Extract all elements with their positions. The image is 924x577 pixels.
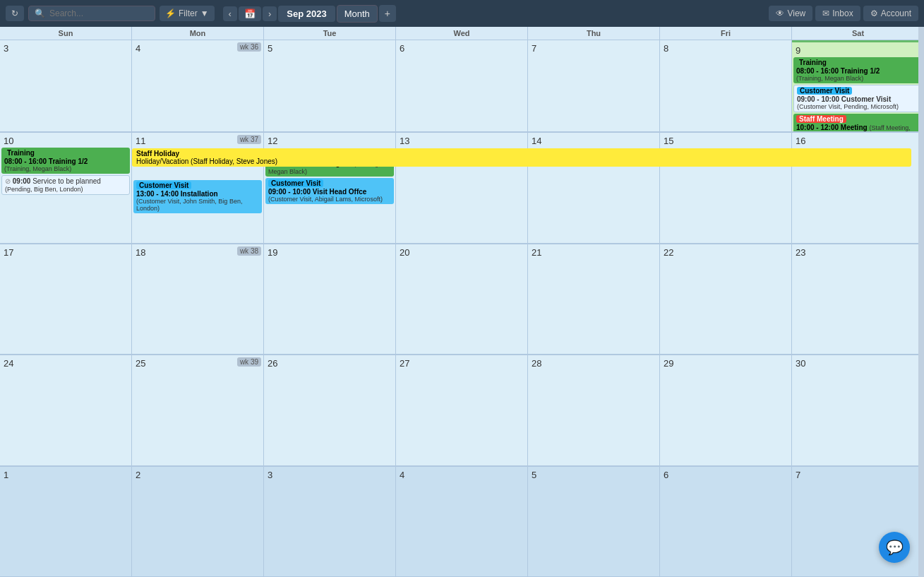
account-button[interactable]: ⚙ Account	[863, 6, 918, 21]
event-training-sep9[interactable]: Training 08:00 - 16:00 Training 1/2 (Tra…	[793, 57, 923, 83]
cell-sep24[interactable]: 24	[0, 355, 132, 466]
cell-sep7[interactable]: 7	[528, 40, 660, 132]
event-customervisit-sep11[interactable]: Customer Visit 13:00 - 14:00 Installatio…	[133, 180, 262, 213]
inbox-button[interactable]: ✉ Inbox	[815, 6, 860, 21]
calendar-row-3: 17 18 wk 38 19 20 21 22 23	[0, 244, 924, 355]
view-button[interactable]: 👁 View	[769, 6, 812, 21]
cell-sep26[interactable]: 26	[264, 355, 396, 466]
cell-sep3[interactable]: 3	[0, 40, 132, 132]
cell-num-sep25: 25	[133, 357, 148, 370]
cell-oct6[interactable]: 6	[660, 467, 792, 578]
cell-num-sep7: 7	[529, 42, 539, 55]
event-training-sep12[interactable]: Training 08:00 - 16:00 Training 2/2 (Tra…	[265, 150, 394, 177]
training-desc-sep9: (Training, Megan Black)	[796, 75, 920, 82]
current-date-button[interactable]: Sep 2023	[278, 6, 335, 22]
day-header-thu: Thu	[528, 27, 660, 40]
cell-sep12[interactable]: 12 Training 08:00 - 16:00 Training 2/2 (…	[264, 133, 396, 244]
cell-sep10[interactable]: 10 Training 08:00 - 16:00 Training 1/2 (…	[0, 133, 132, 244]
chat-button[interactable]: 💬	[879, 532, 910, 563]
training-title-sep9: Training 1/2	[841, 67, 880, 75]
staffmeeting-time-sep9: 10:00 - 12:00	[796, 124, 839, 131]
cell-sep8[interactable]: 8	[660, 40, 792, 132]
cell-num-sep16: 16	[793, 134, 808, 148]
cell-num-oct1: 1	[1, 468, 11, 482]
cell-oct4[interactable]: 4	[396, 467, 528, 578]
filter-button[interactable]: ⚡ Filter ▼	[160, 6, 215, 21]
cell-num-sep5: 5	[265, 42, 275, 55]
search-input[interactable]	[49, 8, 148, 18]
cell-sep15[interactable]: 15	[660, 133, 792, 244]
training-time-sep10: 08:00 - 16:00	[4, 157, 47, 165]
cell-num-sep6: 6	[397, 42, 407, 55]
event-customervisit-sep9[interactable]: Customer Visit 09:00 - 10:00 Customer Vi…	[793, 85, 923, 112]
cell-num-sep30: 30	[793, 357, 808, 370]
cell-oct2[interactable]: 2	[132, 467, 264, 578]
customervisit-time-sep12: 09:00 - 10:00	[268, 188, 311, 196]
cell-num-oct6: 6	[661, 468, 671, 482]
cell-num-sep17: 17	[1, 246, 16, 259]
customervisit-label-sep11: Customer Visit	[136, 182, 191, 189]
cell-num-sep9: 9	[793, 44, 803, 57]
service-time-sep10: 09:00	[13, 177, 31, 185]
refresh-button[interactable]: ↻	[6, 6, 24, 21]
cell-num-sep28: 28	[529, 357, 544, 370]
service-title-sep10: Service to be planned	[32, 177, 101, 185]
cell-num-sep13: 13	[397, 134, 412, 148]
cell-num-sep20: 20	[397, 246, 412, 259]
cell-sep11[interactable]: 11 wk 37 Staff Holiday Holiday/Vacation …	[132, 133, 264, 244]
cell-sep13[interactable]: 13	[396, 133, 528, 244]
customervisit-time-sep11: 13:00 - 14:00	[136, 190, 179, 198]
service-desc-sep10: (Pending, Big Ben, London)	[5, 186, 83, 193]
cell-sep6[interactable]: 6	[396, 40, 528, 132]
next-button[interactable]: ›	[263, 6, 277, 21]
week-badge-37: wk 37	[237, 135, 261, 144]
cell-num-sep12: 12	[265, 134, 280, 148]
cell-oct3[interactable]: 3	[264, 467, 396, 578]
cell-sep4[interactable]: 4 wk 36	[132, 40, 264, 132]
cell-sep9[interactable]: 9 Training 08:00 - 16:00 Training 1/2 (T…	[792, 40, 924, 132]
scrollbar[interactable]	[918, 27, 924, 577]
cell-oct1[interactable]: 1	[0, 467, 132, 578]
customervisit-desc-sep11: (Customer Visit, John Smith, Big Ben, Lo…	[136, 198, 259, 212]
customervisit-desc-sep12: (Customer Visit, Abigail Lams, Microsoft…	[268, 196, 391, 203]
calendar-row-4: 24 25 wk 39 26 27 28 29 30	[0, 355, 924, 466]
cell-sep29[interactable]: 29	[660, 355, 792, 466]
cell-num-sep27: 27	[397, 357, 412, 370]
month-button[interactable]: Month	[337, 5, 378, 23]
cell-sep27[interactable]: 27	[396, 355, 528, 466]
cell-sep16[interactable]: 16	[792, 133, 924, 244]
event-customervisit-sep12[interactable]: Customer Visit 09:00 - 10:00 Visit Head …	[265, 178, 394, 204]
nav-group: ‹ 📅 › Sep 2023 Month +	[223, 5, 396, 23]
cell-sep25[interactable]: 25 wk 39	[132, 355, 264, 466]
cell-num-sep8: 8	[661, 42, 671, 55]
cell-sep20[interactable]: 20	[396, 244, 528, 355]
cell-sep22[interactable]: 22	[660, 244, 792, 355]
cell-num-sep3: 3	[1, 42, 11, 55]
cell-sep17[interactable]: 17	[0, 244, 132, 355]
event-service-sep10[interactable]: ⊘ 09:00 Service to be planned (Pending, …	[1, 175, 130, 195]
staffmeeting-title-sep9: Meeting	[841, 124, 868, 131]
prev-button[interactable]: ‹	[223, 6, 237, 21]
cell-sep28[interactable]: 28	[528, 355, 660, 466]
filter-icon: ⚡	[165, 8, 176, 18]
cell-sep23[interactable]: 23	[792, 244, 924, 355]
cell-num-oct2: 2	[133, 468, 143, 482]
event-training-sep10[interactable]: Training 08:00 - 16:00 Training 1/2 (Tra…	[1, 148, 130, 174]
cell-sep5[interactable]: 5	[264, 40, 396, 132]
cell-num-oct4: 4	[397, 468, 407, 482]
event-staffmeeting-sep9[interactable]: Staff Meeting 10:00 - 12:00 Meeting (Sta…	[793, 114, 923, 132]
cell-sep14[interactable]: 14	[528, 133, 660, 244]
cell-sep21[interactable]: 21	[528, 244, 660, 355]
cell-oct7[interactable]: 7	[792, 467, 924, 578]
day-header-mon: Mon	[132, 27, 264, 40]
week-badge-38: wk 38	[237, 246, 261, 256]
cell-sep30[interactable]: 30	[792, 355, 924, 466]
cell-oct5[interactable]: 5	[528, 467, 660, 578]
calendar-icon-button[interactable]: 📅	[239, 6, 261, 21]
add-button[interactable]: +	[379, 5, 396, 22]
chevron-down-icon: ▼	[200, 8, 209, 18]
cell-num-sep15: 15	[661, 134, 676, 148]
cell-sep18[interactable]: 18 wk 38	[132, 244, 264, 355]
cell-sep19[interactable]: 19	[264, 244, 396, 355]
header: ↻ 🔍 ⚡ Filter ▼ ‹ 📅 › Sep 2023 Month + 👁 …	[0, 0, 924, 27]
